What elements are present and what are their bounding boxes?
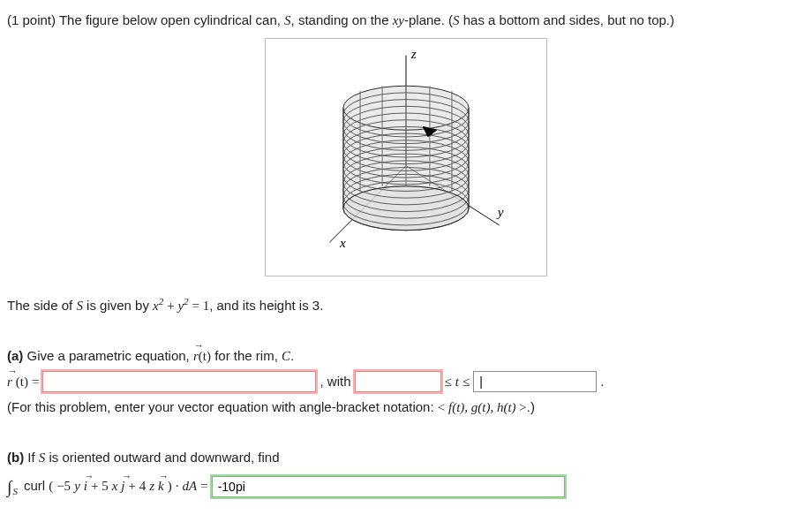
figure-container: z y x	[7, 38, 805, 276]
part-b-label: (b)	[7, 450, 24, 465]
part-a-note: (For this problem, enter your vector equ…	[7, 398, 805, 418]
xy-plane: xy	[393, 13, 404, 27]
part-a-label: (a)	[7, 348, 23, 363]
r-vector: r	[193, 346, 199, 367]
rt-input[interactable]	[42, 371, 316, 392]
axis-z-label: z	[410, 47, 417, 61]
symbol-S: S	[284, 13, 291, 27]
integral-symbol: ∫	[7, 473, 11, 500]
t-upper-input[interactable]	[473, 371, 597, 392]
axis-x-label: x	[339, 234, 346, 249]
cylinder-svg: z y x	[274, 47, 538, 268]
integral-answer-input[interactable]	[212, 476, 565, 497]
points-label: (1 point)	[7, 12, 56, 27]
part-a-prompt: (a) Give a parametric equation, r(t) for…	[7, 346, 805, 367]
t-lower-input[interactable]	[355, 371, 441, 392]
problem-intro: (1 point) The figure below open cylindri…	[7, 11, 805, 31]
part-b-prompt: (b) If S is oriented outward and downwar…	[7, 448, 805, 468]
cylinder-figure: z y x	[265, 38, 547, 276]
part-b-answer-row: ∫S curl (−5yi + 5xj + 4zk) · dA =	[7, 473, 805, 500]
part-a-answer-row: r(t) = , with ≤ t ≤ .	[7, 371, 805, 392]
axis-y-label: y	[496, 204, 504, 219]
side-description: The side of S is given by x2 + y2 = 1, a…	[7, 294, 805, 316]
